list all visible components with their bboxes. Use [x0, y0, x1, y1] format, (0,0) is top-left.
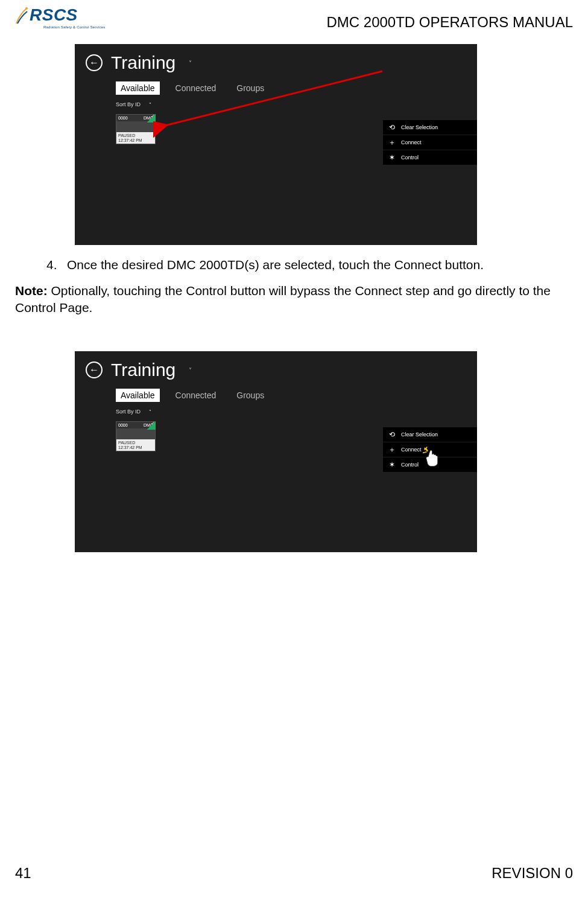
device-status: PAUSED: [118, 441, 153, 445]
menu-label: Connect: [401, 139, 422, 145]
step-text: Once the desired DMC 2000TD(s) are selec…: [67, 258, 484, 272]
device-tile[interactable]: 0000 DMC PAUSED 12:37:42 PM: [116, 114, 156, 144]
control-button[interactable]: ✶ Control: [383, 150, 477, 165]
sort-label: Sort By ID: [116, 409, 141, 415]
device-id: 0000: [118, 116, 128, 120]
document-title: DMC 2000TD OPERATORS MANUAL: [326, 14, 573, 31]
tab-available[interactable]: Available: [116, 81, 160, 95]
context-menu: ⟲ Clear Selection ＋ Connect ✶ Control: [383, 120, 477, 165]
sort-dropdown[interactable]: Sort By ID ˅: [116, 101, 151, 107]
clear-selection-button[interactable]: ⟲ Clear Selection: [383, 120, 477, 135]
tab-groups[interactable]: Groups: [232, 389, 269, 402]
tab-groups[interactable]: Groups: [232, 81, 269, 95]
touch-hand-icon: [423, 445, 440, 469]
tab-bar: Available Connected Groups: [116, 389, 269, 402]
logo-subtitle: Radiation Safety & Control Services: [43, 25, 105, 29]
svg-line-1: [165, 71, 382, 126]
tab-bar: Available Connected Groups: [116, 81, 269, 95]
tile-footer: PAUSED 12:37:42 PM: [116, 439, 155, 451]
chevron-down-icon: ˅: [149, 102, 151, 107]
chevron-down-icon[interactable]: ˅: [189, 367, 192, 374]
sort-dropdown[interactable]: Sort By ID ˅: [116, 409, 151, 415]
device-tile[interactable]: 0000 DMC PAUSED 12:37:42 PM: [116, 421, 156, 451]
plus-icon: ＋: [388, 138, 396, 147]
tab-connected[interactable]: Connected: [171, 389, 221, 402]
device-status: PAUSED: [118, 133, 153, 138]
refresh-icon: ⟲: [388, 123, 396, 132]
note-paragraph: Note: Optionally, touching the Control b…: [15, 282, 573, 317]
page-footer: 41 REVISION 0: [15, 865, 573, 882]
tab-available[interactable]: Available: [116, 389, 160, 402]
page-header: RSCS Radiation Safety & Control Services…: [15, 5, 573, 42]
menu-label: Connect: [401, 447, 422, 453]
menu-label: Control: [401, 154, 419, 161]
step-number: 4.: [46, 258, 58, 272]
connect-button[interactable]: ＋ Connect: [383, 135, 477, 150]
check-icon: [147, 114, 156, 123]
logo-text: RSCS: [30, 5, 78, 25]
refresh-icon: ⟲: [388, 430, 396, 439]
menu-label: Control: [401, 462, 419, 468]
page-number: 41: [15, 865, 31, 882]
note-label: Note:: [15, 284, 48, 298]
screenshot-1: ← Training ˅ Available Connected Groups …: [75, 44, 477, 245]
app-header: ← Training ˅: [86, 53, 192, 73]
device-time: 12:37:42 PM: [118, 445, 153, 450]
sort-label: Sort By ID: [116, 101, 141, 107]
app-header: ← Training ˅: [86, 360, 192, 380]
revision-label: REVISION 0: [492, 865, 573, 882]
device-id: 0000: [118, 423, 128, 427]
gear-icon: ✶: [388, 460, 396, 469]
note-text: Optionally, touching the Control button …: [15, 284, 551, 314]
gear-icon: ✶: [388, 153, 396, 162]
plus-icon: ＋: [388, 445, 396, 454]
menu-label: Clear Selection: [401, 124, 438, 130]
svg-point-0: [25, 7, 28, 10]
logo-swoosh-icon: [15, 5, 28, 25]
annotation-arrow-icon: [153, 65, 388, 138]
tab-connected[interactable]: Connected: [171, 81, 221, 95]
page-title: Training: [111, 53, 175, 73]
clear-selection-button[interactable]: ⟲ Clear Selection: [383, 427, 477, 442]
back-button-icon[interactable]: ←: [86, 361, 103, 378]
tile-footer: PAUSED 12:37:42 PM: [116, 132, 155, 144]
instruction-step: 4. Once the desired DMC 2000TD(s) are se…: [46, 258, 484, 272]
screenshot-2: ← Training ˅ Available Connected Groups …: [75, 351, 477, 552]
check-icon: [147, 421, 156, 430]
back-button-icon[interactable]: ←: [86, 54, 103, 71]
logo: RSCS Radiation Safety & Control Services: [15, 5, 78, 25]
device-time: 12:37:42 PM: [118, 138, 153, 143]
chevron-down-icon: ˅: [149, 409, 151, 415]
chevron-down-icon[interactable]: ˅: [189, 60, 192, 66]
menu-label: Clear Selection: [401, 431, 438, 438]
page-title: Training: [111, 360, 175, 380]
